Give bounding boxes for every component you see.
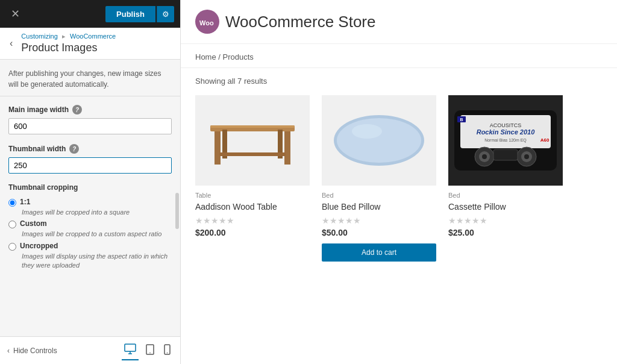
- svg-rect-10: [210, 125, 295, 128]
- svg-point-18: [352, 124, 382, 139]
- scroll-indicator: [175, 193, 179, 229]
- product-name-cassette: Cassette Pillow: [448, 201, 563, 212]
- cropping-label: Thumbnail cropping: [8, 183, 172, 192]
- crop-custom-title: Custom: [20, 219, 47, 228]
- right-panel: Woo WooCommerce Store Home / Products Sh…: [181, 0, 617, 364]
- svg-point-30: [524, 154, 529, 159]
- mobile-icon: [164, 344, 171, 355]
- product-price-table: $200.00: [195, 228, 310, 237]
- left-panel: ✕ Publish ⚙ ‹ Customizing ▸ WooCommerce …: [0, 0, 181, 364]
- breadcrumb-woocommerce[interactable]: WooCommerce: [70, 33, 116, 40]
- product-category-pillow: Bed: [322, 192, 436, 199]
- hide-controls-button[interactable]: ‹ Hide Controls: [7, 347, 57, 355]
- product-name-pillow: Blue Bed Pillow: [322, 201, 436, 212]
- thumbnail-width-input[interactable]: [8, 157, 172, 174]
- crop-uncropped-desc: Images will display using the aspect rat…: [22, 252, 172, 271]
- crop-1-1-radio[interactable]: [8, 199, 16, 207]
- crop-1-1-title: 1:1: [20, 198, 30, 206]
- thumbnail-width-label-text: Thumbnail width: [8, 145, 66, 153]
- svg-rect-11: [215, 131, 221, 165]
- svg-point-27: [482, 154, 487, 159]
- product-stars-cassette: ★★★★★: [448, 216, 563, 225]
- close-button[interactable]: ✕: [6, 5, 25, 23]
- product-card-cassette: ACOUSITCS Rockin Since 2010 Normal Bias …: [448, 95, 563, 262]
- svg-point-17: [337, 118, 421, 163]
- store-header: Woo WooCommerce Store: [181, 0, 617, 44]
- product-category-cassette: Bed: [448, 192, 563, 199]
- nav-content: Customizing ▸ WooCommerce Product Images: [21, 33, 173, 54]
- crop-uncropped-radio[interactable]: [8, 243, 16, 251]
- crop-1-1-item: 1:1 Images will be cropped into a square: [8, 198, 172, 217]
- crop-custom-radio[interactable]: [8, 221, 16, 228]
- publish-button[interactable]: Publish: [105, 6, 155, 22]
- product-image-table: [195, 95, 310, 186]
- crop-uncropped-title: Uncropped: [20, 242, 58, 250]
- desktop-view-button[interactable]: [122, 341, 139, 360]
- thumbnail-cropping-group: Thumbnail cropping 1:1 Images will be cr…: [8, 183, 172, 271]
- tablet-view-button[interactable]: [143, 342, 157, 360]
- product-image-pillow: [322, 95, 436, 186]
- svg-text:B: B: [460, 118, 463, 122]
- tablet-icon: [146, 344, 154, 355]
- svg-rect-31: [493, 149, 518, 160]
- svg-text:A60: A60: [540, 137, 550, 143]
- thumbnail-width-label: Thumbnail width ?: [8, 144, 172, 154]
- results-count: Showing all 7 results: [181, 68, 617, 86]
- settings-button[interactable]: ⚙: [157, 6, 174, 22]
- info-text: After publishing your changes, new image…: [8, 69, 161, 89]
- svg-text:Normal Bias 120m EQ: Normal Bias 120m EQ: [484, 138, 527, 143]
- info-box: After publishing your changes, new image…: [0, 60, 180, 96]
- svg-text:ACOUSITCS: ACOUSITCS: [490, 122, 522, 128]
- svg-point-4: [149, 352, 151, 353]
- add-to-cart-pillow[interactable]: Add to cart: [322, 243, 436, 262]
- breadcrumb-sep: ▸: [62, 33, 66, 40]
- mobile-view-button[interactable]: [161, 342, 173, 360]
- top-bar: ✕ Publish ⚙: [0, 0, 180, 28]
- back-button[interactable]: ‹: [7, 36, 15, 51]
- table-image-svg: [201, 98, 304, 183]
- product-price-pillow: $50.00: [322, 228, 436, 237]
- product-card-pillow: Bed Blue Bed Pillow ★★★★★ $50.00 Add to …: [322, 95, 436, 262]
- cassette-image-svg: ACOUSITCS Rockin Since 2010 Normal Bias …: [451, 98, 560, 183]
- crop-1-1-desc: Images will be cropped into a square: [22, 208, 172, 217]
- breadcrumb: Customizing ▸ WooCommerce: [21, 33, 173, 40]
- store-breadcrumb-nav: Home / Products: [181, 44, 617, 68]
- publish-area: Publish ⚙: [105, 6, 174, 22]
- pillow-image-svg: [328, 98, 430, 183]
- hide-controls-arrow: ‹: [7, 347, 10, 355]
- svg-rect-15: [219, 152, 286, 156]
- thumbnail-width-group: Thumbnail width ?: [8, 144, 172, 174]
- product-price-cassette: $25.00: [448, 228, 563, 237]
- woocommerce-logo-icon: Woo: [195, 10, 219, 34]
- products-grid: Table Aaddison Wood Table ★★★★★ $200.00 …: [181, 95, 617, 276]
- product-stars-pillow: ★★★★★: [322, 216, 436, 225]
- main-image-label-text: Main image width: [8, 105, 69, 114]
- svg-point-6: [167, 352, 168, 353]
- svg-rect-0: [125, 344, 136, 351]
- hide-controls-label: Hide Controls: [13, 347, 57, 355]
- crop-custom-desc: Images will be cropped to a custom aspec…: [22, 230, 172, 239]
- breadcrumb-customizing[interactable]: Customizing: [21, 33, 58, 40]
- device-icons: [122, 341, 173, 360]
- crop-uncropped-item: Uncropped Images will display using the …: [8, 242, 172, 271]
- svg-rect-12: [284, 131, 290, 165]
- main-image-help-icon[interactable]: ?: [72, 105, 82, 115]
- main-image-width-group: Main image width ?: [8, 105, 172, 134]
- product-card-table: Table Aaddison Wood Table ★★★★★ $200.00: [195, 95, 310, 262]
- thumbnail-help-icon[interactable]: ?: [69, 144, 79, 154]
- panel-title: Product Images: [21, 42, 173, 54]
- nav-bar: ‹ Customizing ▸ WooCommerce Product Imag…: [0, 28, 180, 60]
- crop-custom-item: Custom Images will be cropped to a custo…: [8, 219, 172, 239]
- product-category-table: Table: [195, 192, 310, 199]
- bottom-bar: ‹ Hide Controls: [0, 336, 180, 364]
- store-breadcrumb: Home / Products: [195, 52, 603, 61]
- product-name-table: Aaddison Wood Table: [195, 201, 310, 212]
- controls-area: Main image width ? Thumbnail width ? Thu…: [0, 96, 180, 336]
- product-image-cassette: ACOUSITCS Rockin Since 2010 Normal Bias …: [448, 95, 563, 186]
- main-image-width-input[interactable]: [8, 118, 172, 134]
- desktop-icon: [124, 344, 136, 354]
- store-title: WooCommerce Store: [225, 13, 376, 31]
- svg-text:Woo: Woo: [199, 19, 214, 27]
- main-image-label: Main image width ?: [8, 105, 172, 115]
- svg-text:Rockin Since 2010: Rockin Since 2010: [477, 128, 535, 136]
